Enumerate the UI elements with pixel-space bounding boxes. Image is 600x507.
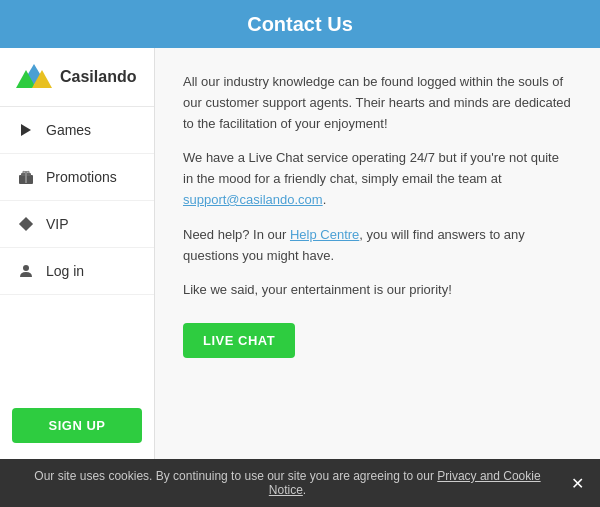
- help-centre-link[interactable]: Help Centre: [290, 227, 359, 242]
- logo-text: Casilando: [60, 68, 136, 86]
- person-icon: [16, 261, 36, 281]
- sidebar-item-promotions[interactable]: Promotions: [0, 154, 154, 201]
- cookie-close-button[interactable]: ✕: [571, 474, 584, 493]
- signup-button[interactable]: SIGN UP: [12, 408, 142, 443]
- content-para2: We have a Live Chat service operating 24…: [183, 148, 572, 210]
- casilando-logo-icon: [16, 62, 52, 92]
- sidebar-item-promotions-label: Promotions: [46, 169, 117, 185]
- sidebar-item-login[interactable]: Log in: [0, 248, 154, 295]
- content-para2-suffix: .: [323, 192, 327, 207]
- sidebar-item-vip[interactable]: VIP: [0, 201, 154, 248]
- content-para3-prefix: Need help? In our: [183, 227, 290, 242]
- content-para4: Like we said, your entertainment is our …: [183, 280, 572, 301]
- cookie-text-suffix: .: [303, 483, 306, 497]
- sidebar-item-login-label: Log in: [46, 263, 84, 279]
- sidebar-item-games-label: Games: [46, 122, 91, 138]
- cookie-text-prefix: Our site uses cookies. By continuing to …: [34, 469, 437, 483]
- nav-items: Games Promotions VIP: [0, 107, 154, 392]
- page-title: Contact Us: [247, 13, 353, 36]
- logo-area: Casilando: [0, 48, 154, 107]
- cookie-banner: Our site uses cookies. By continuing to …: [0, 459, 600, 507]
- play-icon: [16, 120, 36, 140]
- content-para1: All our industry knowledge can be found …: [183, 72, 572, 134]
- content-para2-prefix: We have a Live Chat service operating 24…: [183, 150, 559, 186]
- gift-icon: [16, 167, 36, 187]
- sidebar: Casilando Games: [0, 48, 155, 459]
- main-content: All our industry knowledge can be found …: [155, 48, 600, 459]
- page-header: Contact Us: [0, 0, 600, 48]
- email-link[interactable]: support@casilando.com: [183, 192, 323, 207]
- sidebar-item-vip-label: VIP: [46, 216, 69, 232]
- live-chat-button[interactable]: LIVE CHAT: [183, 323, 295, 358]
- sidebar-item-games[interactable]: Games: [0, 107, 154, 154]
- svg-point-6: [23, 265, 29, 271]
- content-para3: Need help? In our Help Centre, you will …: [183, 225, 572, 267]
- cookie-text: Our site uses cookies. By continuing to …: [16, 469, 559, 497]
- diamond-icon: [16, 214, 36, 234]
- main-layout: Casilando Games: [0, 48, 600, 459]
